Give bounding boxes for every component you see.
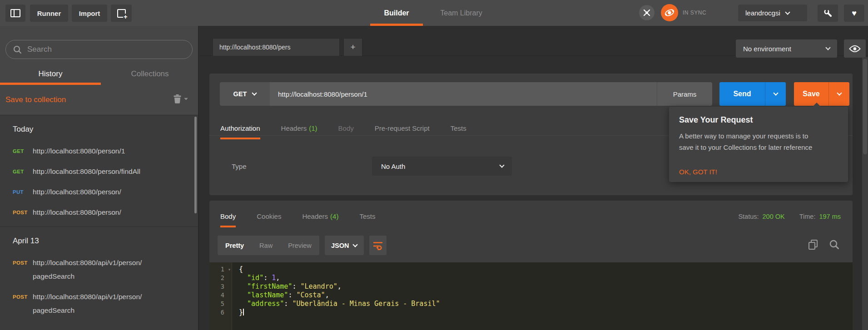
clear-history-button[interactable]: [174, 94, 187, 103]
params-button[interactable]: Params: [657, 82, 712, 106]
new-window-button[interactable]: +: [111, 5, 132, 22]
send-options-button[interactable]: [765, 82, 786, 106]
main-scrollbar[interactable]: [862, 57, 868, 330]
editor-code: { "id": 1, "firstName": "Leandro", "last…: [233, 262, 853, 330]
eye-icon: [849, 45, 861, 53]
sidebar-tab-collections[interactable]: Collections: [101, 65, 199, 83]
text-cursor: [243, 309, 244, 315]
username-label: leandrocgsi: [745, 9, 780, 17]
interceptor-button[interactable]: [639, 5, 655, 20]
interceptor-icon: [642, 8, 651, 17]
method-badge: GET: [13, 165, 33, 178]
request-tab-body[interactable]: Body: [338, 123, 354, 133]
sync-icon: [664, 7, 675, 18]
request-tab-pre-request-script[interactable]: Pre-request Script: [375, 123, 430, 133]
sidebar-scrollbar-thumb[interactable]: [194, 117, 197, 213]
line-number: 3: [209, 282, 232, 291]
favorites-heart-button[interactable]: ♥: [844, 5, 864, 22]
history-item[interactable]: POSThttp://localhost:8080/api/v1/person/…: [13, 290, 191, 317]
new-request-tab-button[interactable]: +: [343, 38, 362, 56]
runner-button[interactable]: Runner: [30, 5, 68, 22]
method-dropdown[interactable]: GET: [220, 82, 270, 106]
format-value: JSON: [331, 242, 349, 249]
response-tab-body[interactable]: Body: [220, 212, 236, 222]
history-item[interactable]: POSThttp://localhost:8080/person/: [13, 206, 191, 219]
send-button[interactable]: Send: [719, 82, 765, 106]
request-tab[interactable]: http://localhost:8080/pers: [213, 38, 340, 56]
chevron-down-icon: [499, 163, 504, 167]
save-options-button[interactable]: [828, 82, 849, 106]
history-item[interactable]: GEThttp://localhost:8080/person/1: [13, 144, 191, 158]
history-url: http://localhost:8080/person/: [33, 206, 121, 219]
popover-dismiss-link[interactable]: OK, GOT IT!: [679, 168, 717, 176]
request-tab-headers[interactable]: Headers(1): [281, 123, 317, 133]
response-toolbar: PrettyRawPreview JSON: [218, 236, 387, 255]
response-tab-cookies[interactable]: Cookies: [257, 212, 281, 222]
sync-button[interactable]: [661, 4, 678, 21]
popover-body-line1: A better way to manage your requests is …: [679, 130, 838, 142]
save-to-collection-link[interactable]: Save to collection: [5, 85, 66, 114]
code-line: "address": "Uberlândia - Minas Gerais - …: [239, 300, 853, 308]
import-button[interactable]: Import: [72, 5, 107, 22]
search-response-button[interactable]: [829, 240, 839, 250]
format-dropdown[interactable]: JSON: [325, 236, 364, 255]
auth-type-dropdown[interactable]: No Auth: [372, 157, 512, 176]
wrap-text-icon: [373, 241, 383, 250]
environment-selector[interactable]: No environment: [736, 39, 837, 58]
request-tab-tests[interactable]: Tests: [451, 123, 466, 133]
main-scrollbar-thumb[interactable]: [863, 59, 867, 154]
code-line: {: [239, 265, 853, 274]
sidebar-toggle-button[interactable]: [5, 5, 25, 22]
user-menu-dropdown[interactable]: leandrocgsi: [738, 5, 807, 21]
heart-icon: ♥: [852, 9, 857, 18]
history-group-title: Today: [13, 123, 191, 136]
response-tabs: BodyCookiesHeaders(4)Tests: [220, 212, 375, 222]
history-url: http://localhost:8080/person/1: [33, 144, 125, 158]
tab-label: Authorization: [220, 124, 260, 132]
environment-preview-button[interactable]: [844, 39, 866, 58]
history-item[interactable]: PUThttp://localhost:8080/person/: [13, 185, 191, 199]
fold-caret-icon[interactable]: ▾: [228, 265, 231, 274]
chevron-down-icon: [773, 90, 778, 95]
response-body-editor[interactable]: 1▾23456 { "id": 1, "firstName": "Leandro…: [209, 262, 853, 330]
code-line: "id": 1,: [239, 274, 853, 282]
tab-builder[interactable]: Builder: [372, 0, 422, 26]
method-badge: POST: [13, 206, 33, 219]
method-badge: PUT: [13, 185, 33, 199]
response-tab-tests[interactable]: Tests: [359, 212, 375, 222]
environment-label: No environment: [743, 45, 791, 53]
sidebar-tab-history[interactable]: History: [0, 65, 101, 83]
builder-tab-underline: [370, 24, 423, 26]
view-mode-preview[interactable]: Preview: [280, 242, 319, 249]
url-input[interactable]: http://localhost:8080/person/1: [270, 82, 657, 106]
time-value: 197 ms: [819, 212, 841, 222]
chevron-down-icon: [785, 10, 790, 15]
history-item[interactable]: GEThttp://localhost:8080/person/findAll: [13, 165, 191, 178]
method-label: GET: [233, 90, 247, 98]
tab-count-badge: (4): [330, 212, 338, 220]
copy-button[interactable]: [808, 240, 818, 250]
view-mode-raw[interactable]: Raw: [252, 242, 280, 249]
popover-body-line2: save it to your Collections for later re…: [679, 142, 838, 153]
wrap-text-button[interactable]: [369, 236, 387, 255]
search-input[interactable]: [27, 45, 185, 54]
history-item[interactable]: POSThttp://localhost:8080/api/v1/person/…: [13, 256, 191, 283]
tab-label: Pre-request Script: [375, 124, 430, 132]
request-tab-strip: http://localhost:8080/pers + No environm…: [200, 26, 868, 56]
wrench-icon: [823, 9, 833, 18]
request-tab-authorization[interactable]: Authorization: [220, 123, 260, 133]
response-tab-headers[interactable]: Headers(4): [302, 212, 338, 222]
tab-label: Headers: [302, 212, 328, 220]
tab-team-library[interactable]: Team Library: [431, 0, 492, 26]
method-badge: POST: [13, 290, 33, 317]
view-mode-pretty[interactable]: Pretty: [218, 242, 252, 249]
chevron-down-icon: [837, 90, 842, 95]
save-button[interactable]: Save: [794, 82, 828, 106]
response-panel: BodyCookiesHeaders(4)Tests Status: 200 O…: [209, 201, 853, 330]
save-request-popover: Save Your Request A better way to manage…: [669, 107, 848, 182]
method-badge: POST: [13, 256, 33, 283]
settings-wrench-button[interactable]: [818, 5, 838, 22]
postman-app: Runner Import + Builder Team Library: [0, 0, 868, 330]
history-group-divider: [0, 227, 198, 227]
status-label: Status:: [738, 212, 759, 222]
